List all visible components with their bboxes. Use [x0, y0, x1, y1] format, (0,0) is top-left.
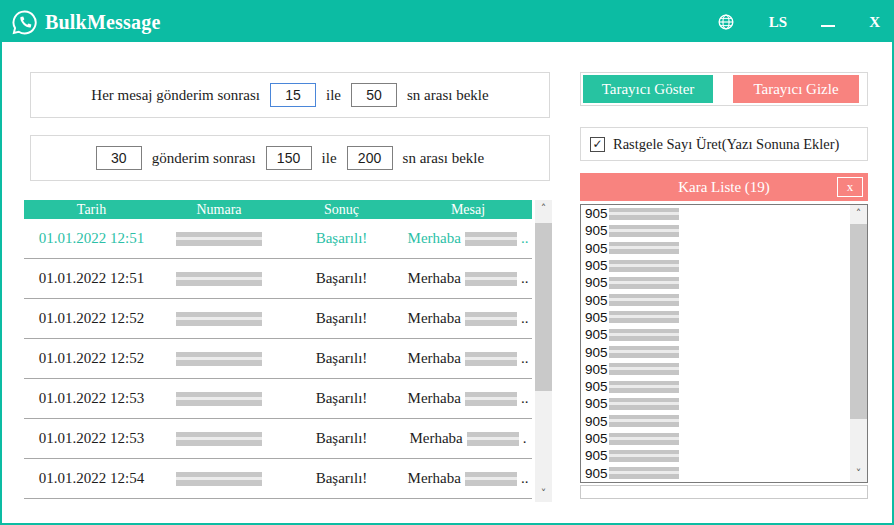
blacklist-item[interactable]: 905: [581, 240, 867, 257]
redacted-number: [609, 329, 679, 341]
row-message: Merhaba..: [404, 379, 532, 418]
redacted-number: [609, 415, 679, 427]
minimize-icon: [821, 25, 835, 27]
blacklist-item[interactable]: 905: [581, 361, 867, 378]
random-number-label: Rastgele Sayı Üret(Yazı Sonuna Ekler): [613, 136, 839, 153]
row-result: Başarılı!: [279, 339, 404, 378]
wait1-max-input[interactable]: [351, 83, 397, 107]
blacklist-item[interactable]: 905: [581, 274, 867, 291]
row-result: Başarılı!: [279, 259, 404, 298]
blacklist-item[interactable]: 905: [581, 430, 867, 447]
row-date: 01.01.2022 12:52: [24, 299, 159, 338]
blacklist-item[interactable]: 905: [581, 395, 867, 412]
row-date: 01.01.2022 12:52: [24, 339, 159, 378]
row-message: Merhaba.: [404, 419, 532, 458]
redacted-message: [465, 232, 517, 246]
blacklist-listbox[interactable]: 905 905 905 905 905 905 905 905 905 905 …: [580, 204, 868, 483]
redacted-message: [465, 272, 517, 286]
table-row[interactable]: 01.01.2022 12:53 Başarılı! Merhaba..: [24, 379, 532, 419]
wait1-min-input[interactable]: [270, 83, 316, 107]
blacklist-item[interactable]: 905: [581, 205, 867, 222]
random-number-checkbox[interactable]: ✓: [590, 137, 605, 152]
row-date: 01.01.2022 12:53: [24, 419, 159, 458]
table-row[interactable]: 01.01.2022 12:51 Başarılı! Merhaba..: [24, 219, 532, 259]
blacklist-item[interactable]: 905: [581, 222, 867, 239]
whatsapp-icon: [11, 9, 38, 36]
blacklist-title: Kara Liste (19): [678, 179, 770, 196]
scrollbar-thumb[interactable]: [535, 223, 552, 391]
wait2-min-input[interactable]: [266, 146, 312, 170]
redacted-number: [609, 398, 679, 410]
blacklist-close-button[interactable]: x: [837, 177, 863, 197]
row-date: 01.01.2022 12:54: [24, 459, 159, 498]
blacklist-scrollbar[interactable]: ˄ ˅: [850, 205, 867, 482]
scrollbar-thumb[interactable]: [850, 224, 867, 419]
row-result: Başarılı!: [279, 219, 404, 258]
redacted-number: [609, 450, 679, 462]
wait2-label-after: sn arası bekle: [403, 150, 485, 167]
row-number: [159, 419, 279, 458]
row-message: Merhaba..: [404, 459, 532, 498]
show-browser-button[interactable]: Tarayıcı Göster: [583, 75, 713, 103]
blacklist-item[interactable]: 905: [581, 413, 867, 430]
row-message: Merhaba..: [404, 339, 532, 378]
blacklist-item[interactable]: 905: [581, 343, 867, 360]
blacklist-item[interactable]: 905: [581, 257, 867, 274]
app-window: BulkMessage LS X Her mesaj gönderim sonr…: [0, 0, 894, 525]
table-row[interactable]: 01.01.2022 12:52 Başarılı! Merhaba..: [24, 299, 532, 339]
table-row[interactable]: 01.01.2022 12:52 Başarılı! Merhaba..: [24, 339, 532, 379]
blacklist-item[interactable]: 905: [581, 447, 867, 464]
blacklist-item[interactable]: 905: [581, 309, 867, 326]
redacted-number: [609, 346, 679, 358]
redacted-number: [176, 312, 262, 326]
close-button[interactable]: X: [869, 14, 880, 31]
minimize-button[interactable]: [821, 14, 835, 31]
column-header-sonuc: Sonuç: [279, 200, 404, 219]
redacted-number: [609, 381, 679, 393]
redacted-number: [609, 208, 679, 220]
row-message: Merhaba..: [404, 219, 532, 258]
titlebar: BulkMessage LS X: [2, 2, 892, 42]
redacted-number: [176, 272, 262, 286]
blacklist-header: Kara Liste (19) x: [580, 173, 868, 201]
wait1-label-before: Her mesaj gönderim sonrası: [91, 87, 260, 104]
wait2-max-input[interactable]: [347, 146, 393, 170]
redacted-number: [176, 352, 262, 366]
scroll-down-icon[interactable]: ˅: [850, 465, 867, 482]
row-result: Başarılı!: [279, 419, 404, 458]
blacklist-item[interactable]: 905: [581, 291, 867, 308]
row-date: 01.01.2022 12:53: [24, 379, 159, 418]
redacted-number: [176, 432, 262, 446]
log-table-rows: 01.01.2022 12:51 Başarılı! Merhaba.. 01.…: [24, 219, 532, 499]
row-number: [159, 459, 279, 498]
wait2-label-mid: gönderim sonrası: [152, 150, 256, 167]
redacted-number: [609, 363, 679, 375]
row-date: 01.01.2022 12:51: [24, 219, 159, 258]
redacted-number: [609, 467, 679, 479]
table-row[interactable]: 01.01.2022 12:53 Başarılı! Merhaba.: [24, 419, 532, 459]
table-row[interactable]: 01.01.2022 12:51 Başarılı! Merhaba..: [24, 259, 532, 299]
message-log-table: Tarih Numara Sonuç Mesaj 01.01.2022 12:5…: [24, 200, 552, 502]
table-row[interactable]: 01.01.2022 12:54 Başarılı! Merhaba..: [24, 459, 532, 499]
redacted-message: [467, 432, 519, 446]
row-date: 01.01.2022 12:51: [24, 259, 159, 298]
scroll-up-icon[interactable]: ˄: [535, 200, 552, 217]
scroll-up-icon[interactable]: ˄: [850, 205, 867, 222]
hide-browser-button[interactable]: Tarayıcı Gizle: [733, 75, 859, 103]
blacklist-item[interactable]: 905: [581, 464, 867, 481]
language-switch-button[interactable]: LS: [769, 14, 787, 31]
blacklist-item[interactable]: 905: [581, 326, 867, 343]
scroll-down-icon[interactable]: ˅: [535, 485, 552, 502]
blacklist-item[interactable]: 905: [581, 378, 867, 395]
wait2-count-input[interactable]: [96, 146, 142, 170]
redacted-number: [176, 232, 262, 246]
redacted-message: [465, 472, 517, 486]
app-title: BulkMessage: [45, 11, 161, 34]
log-table-scrollbar[interactable]: ˄ ˅: [535, 200, 552, 502]
blacklist-add-input[interactable]: [580, 485, 868, 499]
column-header-tarih: Tarih: [24, 200, 159, 219]
language-globe-icon[interactable]: [717, 13, 735, 31]
redacted-number: [176, 392, 262, 406]
row-message: Merhaba..: [404, 299, 532, 338]
redacted-number: [609, 260, 679, 272]
